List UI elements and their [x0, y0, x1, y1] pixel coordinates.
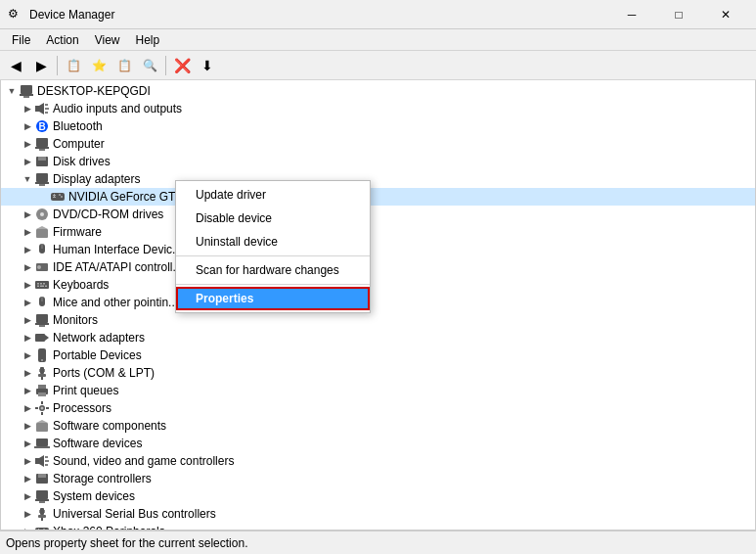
expand-arrow[interactable]: ▶: [21, 383, 34, 398]
expand-arrow[interactable]: ▶: [21, 224, 34, 240]
menu-action[interactable]: Action: [38, 29, 86, 51]
tree-item[interactable]: ▶ Firmware: [1, 223, 755, 241]
device-tree[interactable]: ▼ DESKTOP-KEPQGDI ▶ Audio inputs and out…: [0, 80, 756, 531]
tree-item[interactable]: ▶ IDE ATA/ATAPI controll...: [1, 258, 755, 276]
context-menu-item[interactable]: Properties: [176, 287, 370, 310]
expand-arrow[interactable]: ▶: [21, 400, 34, 416]
toolbar-back-button[interactable]: ◀: [4, 54, 27, 77]
tree-item[interactable]: ▶ Computer: [1, 135, 755, 153]
tree-item[interactable]: ▶ Ports (COM & LPT): [1, 364, 755, 382]
tree-item[interactable]: ▶ Storage controllers: [1, 470, 755, 487]
tree-item-label: Disk drives: [53, 155, 111, 168]
expand-arrow[interactable]: ▶: [21, 330, 34, 346]
expand-arrow[interactable]: ▶: [21, 277, 34, 293]
tree-item[interactable]: ▶ Keyboards: [1, 276, 755, 294]
tree-item-label: Portable Devices: [53, 348, 142, 362]
tree-item-icon: [50, 189, 66, 205]
expand-arrow[interactable]: ▼: [5, 83, 19, 99]
expand-arrow[interactable]: ▶: [21, 242, 34, 257]
maximize-button[interactable]: □: [656, 0, 701, 29]
expand-arrow[interactable]: ▶: [21, 453, 34, 469]
svg-rect-34: [40, 283, 42, 285]
menu-help[interactable]: Help: [128, 29, 168, 51]
context-menu-item[interactable]: Disable device: [176, 207, 370, 230]
tree-item[interactable]: ▶ Software components: [1, 417, 755, 435]
tree-item[interactable]: ▶ Network adapters: [1, 329, 755, 346]
svg-rect-84: [38, 529, 39, 531]
expand-arrow[interactable]: ▶: [21, 312, 34, 328]
tree-item[interactable]: ▶ Sound, video and game controllers: [1, 452, 755, 470]
tree-item-label: Network adapters: [53, 331, 145, 345]
expand-arrow[interactable]: ▶: [21, 347, 34, 363]
svg-rect-21: [54, 194, 55, 197]
menu-view[interactable]: View: [87, 29, 128, 51]
tree-item[interactable]: ▶ Audio inputs and outputs: [1, 100, 755, 117]
expand-arrow[interactable]: ▶: [21, 154, 34, 169]
toolbar-download-button[interactable]: ⬇: [196, 54, 219, 77]
svg-rect-49: [38, 374, 46, 377]
tree-item-label: Xbox 360 Peripherals: [53, 525, 165, 531]
tree-item-label: Human Interface Devic...: [53, 243, 182, 256]
expand-arrow[interactable]: ▶: [21, 101, 34, 116]
expand-arrow[interactable]: ▶: [21, 259, 34, 275]
minimize-button[interactable]: ─: [609, 0, 654, 29]
tree-item[interactable]: ▶ B Bluetooth: [1, 117, 755, 135]
tree-item[interactable]: ▼ DESKTOP-KEPQGDI: [1, 82, 755, 100]
svg-point-22: [59, 194, 61, 196]
toolbar-separator-2: [165, 56, 166, 75]
tree-item[interactable]: ▶ Software devices: [1, 435, 755, 452]
expand-arrow[interactable]: ▶: [21, 471, 34, 486]
tree-item-icon: [34, 154, 50, 169]
toolbar-forward-button[interactable]: ▶: [29, 54, 53, 77]
menu-file[interactable]: File: [4, 29, 38, 51]
tree-item-icon: [34, 365, 50, 381]
toolbar-scan-button[interactable]: 🔍: [138, 54, 161, 77]
tree-item-label: Monitors: [53, 313, 98, 327]
svg-rect-38: [45, 286, 47, 288]
tree-item[interactable]: NVIDIA GeForce GT 1000: [1, 188, 755, 206]
context-menu-item[interactable]: Update driver: [176, 183, 370, 207]
tree-item[interactable]: ▼ Display adapters: [1, 170, 755, 188]
toolbar-disable-button[interactable]: ❌: [170, 54, 194, 77]
svg-point-57: [41, 407, 44, 410]
close-button[interactable]: ✕: [703, 0, 748, 29]
context-menu-item[interactable]: Uninstall device: [176, 230, 370, 254]
tree-item-label: DESKTOP-KEPQGDI: [37, 84, 151, 98]
expand-arrow[interactable]: ▼: [21, 171, 34, 187]
tree-item[interactable]: ▶ Print queues: [1, 382, 755, 399]
tree-item[interactable]: ▶ Xbox 360 Peripherals: [1, 523, 755, 531]
context-menu-separator: [176, 255, 370, 256]
context-menu-item[interactable]: Scan for hardware changes: [176, 258, 370, 282]
expand-arrow[interactable]: ▶: [21, 295, 34, 310]
tree-item[interactable]: ▶ Mice and other pointin...: [1, 294, 755, 311]
tree-item[interactable]: ▶ Human Interface Devic...: [1, 241, 755, 258]
toolbar-update-button[interactable]: ⭐: [87, 54, 111, 77]
toolbar-uninstall-button[interactable]: 📋: [112, 54, 136, 77]
tree-item-icon: [34, 524, 50, 531]
tree-item[interactable]: ▶ DVD/CD-ROM drives: [1, 206, 755, 223]
expand-arrow[interactable]: ▶: [21, 136, 34, 152]
expand-arrow[interactable]: ▶: [21, 488, 34, 504]
tree-item[interactable]: ▶ Universal Serial Bus controllers: [1, 505, 755, 523]
svg-rect-54: [38, 385, 46, 389]
svg-rect-0: [21, 85, 32, 94]
toolbar-properties-button[interactable]: 📋: [62, 54, 85, 77]
expand-arrow[interactable]: ▶: [21, 506, 34, 522]
expand-arrow[interactable]: ▶: [21, 207, 34, 222]
tree-item-label: DVD/CD-ROM drives: [53, 208, 163, 221]
tree-item-icon: [34, 418, 50, 434]
expand-arrow[interactable]: ▶: [21, 418, 34, 434]
svg-rect-17: [39, 184, 45, 186]
tree-item[interactable]: ▶ Disk drives: [1, 153, 755, 170]
svg-marker-45: [45, 335, 49, 341]
tree-item[interactable]: ▶ System devices: [1, 487, 755, 505]
tree-item-label: Ports (COM & LPT): [53, 366, 155, 380]
expand-arrow[interactable]: ▶: [21, 118, 34, 134]
tree-item[interactable]: ▶ Monitors: [1, 311, 755, 329]
title-bar-controls: ─ □ ✕: [609, 0, 748, 29]
expand-arrow[interactable]: ▶: [21, 524, 34, 531]
tree-item[interactable]: ▶ Processors: [1, 399, 755, 417]
expand-arrow[interactable]: ▶: [21, 436, 34, 451]
expand-arrow[interactable]: ▶: [21, 365, 34, 381]
tree-item[interactable]: ▶ Portable Devices: [1, 346, 755, 364]
